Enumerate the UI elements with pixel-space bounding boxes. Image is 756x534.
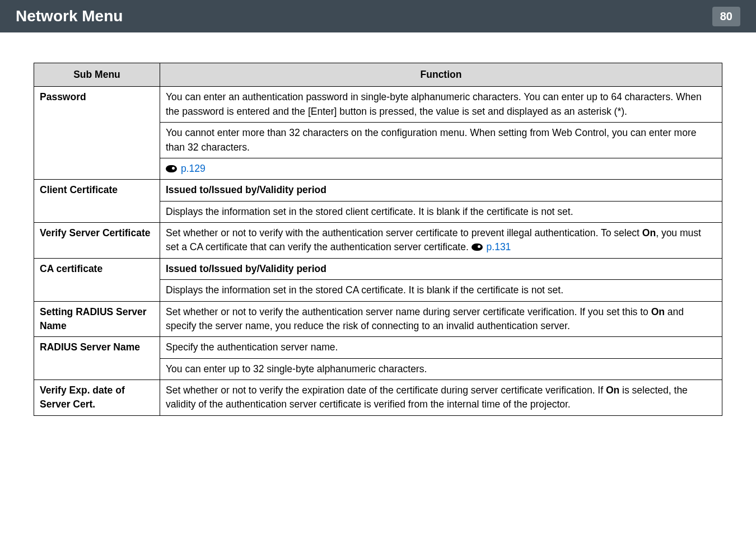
function-cell: Issued to/Issued by/Validity period (160, 180, 722, 201)
submenu-password: Password (34, 87, 160, 180)
submenu-verify-exp-date: Verify Exp. date of Server Cert. (34, 380, 160, 416)
header-bar: Network Menu 80 (0, 0, 756, 32)
function-cell: You can enter up to 32 single-byte alpha… (160, 358, 722, 380)
page-title: Network Menu (16, 7, 123, 25)
text: Set whether or not to verify with the au… (166, 227, 642, 238)
text: Set whether or not to verify the authent… (166, 306, 651, 317)
on-bold: On (642, 227, 656, 238)
function-cell: Set whether or not to verify the expirat… (160, 380, 722, 416)
pointer-icon (472, 243, 483, 251)
table-row: Password You can enter an authentication… (34, 87, 722, 123)
submenu-verify-server-certificate: Verify Server Certificate (34, 223, 160, 259)
text: You cannot enter more than 32 characters… (166, 127, 696, 152)
text: Displays the information set in the stor… (166, 284, 563, 296)
submenu-radius-server-name: RADIUS Server Name (34, 337, 160, 380)
function-cell: Specify the authentication server name. (160, 337, 722, 358)
submenu-client-certificate: Client Certificate (34, 180, 160, 223)
header-spacer (0, 32, 756, 46)
table-row: Setting RADIUS Server Name Set whether o… (34, 301, 722, 337)
table-row: RADIUS Server Name Specify the authentic… (34, 337, 722, 358)
function-cell: Displays the information set in the stor… (160, 201, 722, 222)
settings-table: Sub Menu Function Password You can enter… (34, 63, 722, 416)
function-cell: Displays the information set in the stor… (160, 280, 722, 301)
table-row: Verify Exp. date of Server Cert. Set whe… (34, 380, 722, 416)
column-header-submenu: Sub Menu (34, 63, 160, 87)
on-bold: On (651, 306, 665, 317)
submenu-ca-certificate: CA certificate (34, 258, 160, 301)
page-number-badge: 80 (712, 7, 740, 26)
column-header-function: Function (160, 63, 722, 87)
function-cell: Issued to/Issued by/Validity period (160, 258, 722, 279)
text: You can enter an authentication password… (166, 91, 702, 116)
table-row: Client Certificate Issued to/Issued by/V… (34, 180, 722, 201)
text: Displays the information set in the stor… (166, 206, 573, 217)
function-cell: p.129 (160, 158, 722, 179)
function-cell: Set whether or not to verify with the au… (160, 223, 722, 259)
content-area: Sub Menu Function Password You can enter… (0, 46, 756, 416)
function-cell: Set whether or not to verify the authent… (160, 301, 722, 337)
text: Specify the authentication server name. (166, 341, 338, 353)
pointer-icon (166, 165, 177, 172)
function-cell: You cannot enter more than 32 characters… (160, 123, 722, 158)
bold-text: Issued to/Issued by/Validity period (166, 184, 326, 195)
bold-text: Issued to/Issued by/Validity period (166, 263, 326, 274)
on-bold: On (606, 385, 619, 396)
text: Set whether or not to verify the expirat… (166, 385, 606, 396)
page-link[interactable]: p.129 (181, 163, 206, 174)
text: You can enter up to 32 single-byte alpha… (166, 363, 427, 374)
table-header-row: Sub Menu Function (34, 63, 722, 87)
submenu-setting-radius-server-name: Setting RADIUS Server Name (34, 301, 160, 337)
function-cell: You can enter an authentication password… (160, 87, 722, 123)
table-row: Verify Server Certificate Set whether or… (34, 223, 722, 259)
page-link[interactable]: p.131 (487, 241, 511, 252)
table-row: CA certificate Issued to/Issued by/Valid… (34, 258, 722, 279)
